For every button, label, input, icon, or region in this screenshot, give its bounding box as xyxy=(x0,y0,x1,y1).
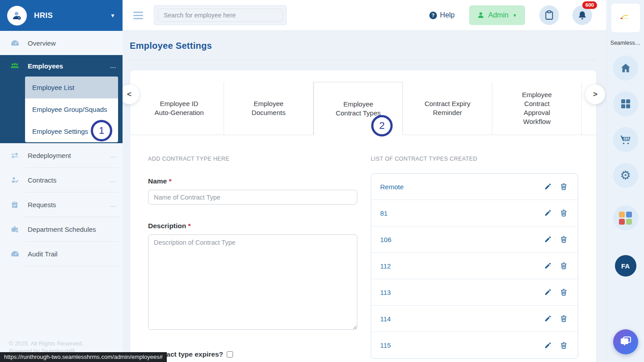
gauge-icon xyxy=(9,251,21,257)
sidebar-item-label: Requests xyxy=(28,201,56,209)
tasks-button[interactable] xyxy=(539,5,559,25)
contract-description-textarea[interactable] xyxy=(148,234,357,330)
help-label: Help xyxy=(440,11,455,19)
contract-type-row: Remote xyxy=(371,174,578,200)
sidebar-item-redeployment[interactable]: Redeployment ... xyxy=(0,143,123,167)
gear-icon: ⚙ xyxy=(620,170,631,182)
submenu-item-employee-group-squads[interactable]: Employee Group/Squads xyxy=(25,98,118,120)
sidebar: HRIS ▼ Overview Employees ... Employee L… xyxy=(0,0,123,362)
contract-type-name[interactable]: 113 xyxy=(380,289,391,296)
contract-type-name[interactable]: 115 xyxy=(380,341,391,349)
edit-icon[interactable] xyxy=(544,209,551,217)
marketplace-button[interactable] xyxy=(613,127,638,152)
divider xyxy=(130,60,597,60)
delete-icon[interactable] xyxy=(560,315,567,322)
tab-employee-contract-approval-workflow[interactable]: Employee Contract Approval Workflow xyxy=(492,82,582,135)
right-app-rail: Seamless… ⚙ FA xyxy=(606,0,644,362)
bell-icon xyxy=(578,11,587,20)
delete-icon[interactable] xyxy=(560,262,567,269)
search-box xyxy=(154,5,287,25)
submenu-item-employee-list[interactable]: Employee List xyxy=(25,77,118,98)
annotation-step-2: 2 xyxy=(371,115,393,136)
more-dots-icon[interactable]: ... xyxy=(110,63,116,69)
user-avatar[interactable]: FA xyxy=(615,255,636,277)
gauge-icon xyxy=(9,40,21,46)
sidebar-item-label: Redeployment xyxy=(28,152,71,159)
edit-icon[interactable] xyxy=(544,342,551,349)
more-dots-icon[interactable]: ... xyxy=(110,177,116,183)
edit-icon[interactable] xyxy=(544,262,551,269)
sidebar-item-requests[interactable]: Requests ... xyxy=(0,192,123,217)
sidebar-item-label: Contracts xyxy=(28,176,56,184)
tab-label: Employee Contract Types xyxy=(332,100,385,118)
delete-icon[interactable] xyxy=(560,183,567,190)
help-button[interactable]: ? Help xyxy=(429,11,455,19)
person-gear-icon xyxy=(11,10,23,21)
contract-name-input[interactable] xyxy=(148,190,357,204)
settings-tabs: Employee ID Auto-Generation Employee Doc… xyxy=(130,82,596,135)
submenu-item-label: Employee Group/Squads xyxy=(32,106,107,113)
more-dots-icon[interactable]: ... xyxy=(110,201,116,208)
clipboard-check-icon xyxy=(9,201,21,208)
main-content: Employee Settings < > Employee ID Auto-G… xyxy=(123,31,606,362)
colored-apps-icon xyxy=(619,212,632,225)
contract-type-name[interactable]: 114 xyxy=(380,315,391,323)
sidebar-item-contracts[interactable]: Contracts ... xyxy=(0,168,123,192)
sidebar-item-department-schedules[interactable]: Department Schedules xyxy=(0,217,123,241)
delete-icon[interactable] xyxy=(560,342,567,349)
contract-type-name[interactable]: 81 xyxy=(380,209,388,217)
sidebar-item-employees[interactable]: Employees ... xyxy=(0,55,123,77)
tab-label: Employee ID Auto-Generation xyxy=(153,99,206,117)
home-button[interactable] xyxy=(613,55,638,81)
edit-icon[interactable] xyxy=(544,183,551,190)
apps-button[interactable] xyxy=(613,205,638,230)
sidebar-item-label: Audit Trail xyxy=(28,250,58,258)
tab-employee-id-auto-generation[interactable]: Employee ID Auto-Generation xyxy=(135,82,224,135)
delete-icon[interactable] xyxy=(560,209,567,217)
contract-type-name[interactable]: 106 xyxy=(380,236,391,243)
brand-caret-icon[interactable]: ▼ xyxy=(110,13,115,19)
tab-employee-documents[interactable]: Employee Documents xyxy=(224,82,314,135)
edit-icon[interactable] xyxy=(544,236,551,243)
clipboard-icon xyxy=(545,10,554,20)
contract-type-name[interactable]: Remote xyxy=(380,183,404,191)
admin-menu-button[interactable]: Admin ▼ xyxy=(469,5,525,25)
edit-icon[interactable] xyxy=(544,289,551,296)
settings-button[interactable]: ⚙ xyxy=(613,163,638,188)
sidebar-item-label: Overview xyxy=(28,39,56,47)
search-input[interactable] xyxy=(158,9,283,22)
contract-type-name[interactable]: 112 xyxy=(380,262,391,270)
delete-icon[interactable] xyxy=(560,289,567,296)
settings-card: < > Employee ID Auto-Generation Employee… xyxy=(130,70,597,362)
briefcase-clock-icon xyxy=(9,226,21,233)
copyright-line: © 2025. All Rights Reserved. xyxy=(9,340,83,347)
person-edit-icon xyxy=(9,177,21,183)
contract-type-row: 114 xyxy=(371,306,578,332)
contract-types-list-section: LIST OF CONTRACT TYPES CREATED Remote 81… xyxy=(371,156,578,359)
name-label: Name * xyxy=(148,177,357,185)
contract-expires-row: Contract type expires? xyxy=(148,350,357,358)
sidebar-item-label: Employees xyxy=(28,62,63,70)
tab-label: Employee Documents xyxy=(242,99,295,117)
hamburger-menu-icon[interactable] xyxy=(133,12,143,19)
seamless-logo-tile[interactable] xyxy=(611,4,640,32)
sidebar-item-audit-trail[interactable]: Audit Trail xyxy=(0,242,123,266)
contract-types-panel: ADD CONTRACT TYPE HERE Name * Descriptio… xyxy=(130,135,596,359)
contract-type-row: 112 xyxy=(371,253,578,279)
edit-icon[interactable] xyxy=(544,315,551,322)
help-icon: ? xyxy=(429,12,437,19)
notification-count-badge: 600 xyxy=(582,1,597,9)
hris-logo xyxy=(7,6,27,26)
delete-icon[interactable] xyxy=(560,236,567,243)
chat-widget-button[interactable] xyxy=(613,329,638,354)
tabs-scroll-right-button[interactable]: > xyxy=(585,85,605,104)
swap-arrows-icon xyxy=(9,153,21,158)
sidebar-item-overview[interactable]: Overview xyxy=(0,31,123,55)
more-dots-icon[interactable]: ... xyxy=(110,152,116,159)
modules-button[interactable] xyxy=(613,91,638,116)
form-heading: ADD CONTRACT TYPE HERE xyxy=(148,156,357,162)
contract-type-row: 81 xyxy=(371,200,578,226)
sidebar-header[interactable]: HRIS ▼ xyxy=(0,0,123,31)
contract-expires-checkbox[interactable] xyxy=(227,351,233,358)
tab-contract-expiry-reminder[interactable]: Contract Expiry Reminder xyxy=(403,82,492,135)
